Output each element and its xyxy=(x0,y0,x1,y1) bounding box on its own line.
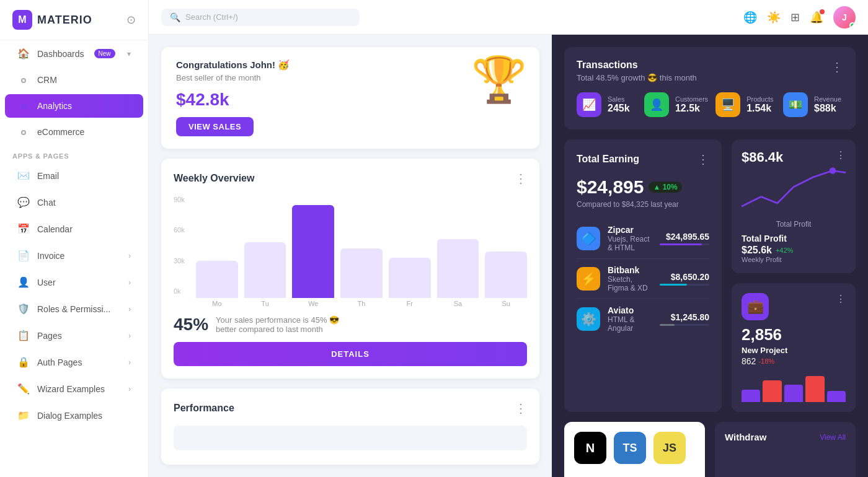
aviato-name: Aviato xyxy=(608,305,652,315)
logo-text: MATERIO xyxy=(37,14,92,27)
avatar[interactable]: J xyxy=(833,6,856,28)
dialog-icon: 📁 xyxy=(17,409,30,421)
chat-icon: 💬 xyxy=(17,196,30,208)
bitbank-amount: $8,650.20 xyxy=(660,272,709,282)
translate-icon[interactable]: 🌐 xyxy=(743,11,757,24)
chevron-right-icon: › xyxy=(128,305,131,313)
sidebar-item-analytics[interactable]: Analytics xyxy=(5,94,143,118)
nav-label-calendar: Calendar xyxy=(37,224,73,234)
nav-label-invoice: Invoice xyxy=(37,251,64,261)
profit-line-chart xyxy=(742,165,846,215)
sidebar-item-chat[interactable]: 💬 Chat xyxy=(5,190,143,214)
pages-icon: 📋 xyxy=(17,330,30,341)
transactions-more-button[interactable]: ⋮ xyxy=(831,59,843,74)
sidebar: M MATERIO ⊙ 🏠 Dashboards New ▾ CRM Analy… xyxy=(0,0,149,477)
revenue-icon: 💵 xyxy=(789,98,802,112)
weekly-footer: 45% Your sales performance is 45% 😎bette… xyxy=(174,315,527,335)
sidebar-item-email[interactable]: ✉️ Email xyxy=(5,164,143,188)
wizard-icon: ✏️ xyxy=(17,383,30,395)
weekly-description: Your sales performance is 45% 😎better co… xyxy=(216,315,339,334)
sidebar-item-calendar[interactable]: 📅 Calendar xyxy=(5,217,143,241)
apps-section-label: APPS & PAGES xyxy=(0,145,148,162)
notification-icon[interactable]: 🔔 xyxy=(810,11,823,24)
profit-chart-value: $86.4k xyxy=(742,149,783,165)
sidebar-item-crm[interactable]: CRM xyxy=(5,68,143,92)
sidebar-item-ecommerce[interactable]: eCommerce xyxy=(5,120,143,144)
weekly-chart: 90k 60k 30k 0k Mo Tu We Th Fr Sa Su xyxy=(174,196,527,307)
earning-amount: $24,895 ▲ 10% xyxy=(577,177,709,198)
bitbank-sub: Sketch, Figma & XD xyxy=(608,275,652,292)
congrats-card: Congratulations John! 🥳 Best seller of t… xyxy=(161,47,539,149)
customers-label: Customers xyxy=(675,95,708,103)
sidebar-item-roles[interactable]: 🛡️ Roles & Permissi... › xyxy=(5,297,143,321)
earning-more-button[interactable]: ⋮ xyxy=(697,152,709,167)
transactions-grid: 📈 Sales 245k 👤 Customers 12. xyxy=(577,92,843,117)
weekly-more-button[interactable]: ⋮ xyxy=(515,171,527,186)
profit-title: Total Profit xyxy=(742,234,787,243)
nav-label-pages: Pages xyxy=(37,331,62,341)
weekly-percentage: 45% xyxy=(174,315,208,335)
sidebar-item-dialog[interactable]: 📁 Dialog Examples xyxy=(5,403,143,427)
content-left: Congratulations John! 🥳 Best seller of t… xyxy=(149,35,552,477)
avatar-status-dot xyxy=(849,22,856,28)
bar-we: We xyxy=(292,205,334,307)
bar-th: Th xyxy=(340,248,383,307)
svg-point-0 xyxy=(830,167,836,174)
project-icon-box: 💼 xyxy=(742,293,769,320)
right-mini-cards: $86.4k ⋮ Total Profit xyxy=(732,139,856,412)
profit-more-button[interactable]: ⋮ xyxy=(836,149,846,161)
middle-row: Total Earning ⋮ $24,895 ▲ 10% Compared t… xyxy=(564,139,856,412)
project-sub-value: 862 xyxy=(742,356,756,366)
sidebar-item-user[interactable]: 👤 User › xyxy=(5,270,143,294)
details-button[interactable]: DETAILS xyxy=(174,342,527,366)
products-icon: 🖥️ xyxy=(721,98,735,112)
sidebar-item-dashboards[interactable]: 🏠 Dashboards New ▾ xyxy=(5,42,143,66)
txn-bitbank: ⚡ Bitbank Sketch, Figma & XD $8,650.20 xyxy=(577,259,709,299)
javascript-logo: JS xyxy=(653,432,686,464)
view-sales-button[interactable]: VIEW SALES xyxy=(176,117,254,136)
tech-logos-card: N TS JS 🎨 xyxy=(564,422,705,477)
y-axis: 90k 60k 30k 0k xyxy=(174,196,192,295)
new-badge: New xyxy=(94,49,115,58)
search-bar[interactable]: 🔍 Search (Ctrl+/) xyxy=(161,9,360,26)
sidebar-toggle-icon[interactable]: ⊙ xyxy=(126,13,136,27)
project-mini-bars xyxy=(742,371,846,402)
zipcar-progress xyxy=(660,243,709,245)
typescript-logo: TS xyxy=(614,432,646,464)
earning-title: Total Earning xyxy=(577,154,639,165)
nav-label-email: Email xyxy=(37,171,59,181)
sidebar-item-auth[interactable]: 🔒 Auth Pages › xyxy=(5,350,143,374)
header-right: 🌐 ☀️ ⊞ 🔔 J xyxy=(743,6,856,28)
bitbank-progress xyxy=(660,284,709,286)
bitbank-name: Bitbank xyxy=(608,265,652,275)
bar-tu: Tu xyxy=(244,242,286,307)
transactions-title: Transactions xyxy=(577,59,697,71)
theme-icon[interactable]: ☀️ xyxy=(767,11,781,24)
customers-icon-box: 👤 xyxy=(644,92,669,117)
withdraw-view-all[interactable]: View All xyxy=(820,433,846,442)
aviato-progress xyxy=(660,324,709,326)
bar-fr: Fr xyxy=(389,258,431,307)
perf-more-button[interactable]: ⋮ xyxy=(515,401,527,416)
weekly-overview-card: Weekly Overview ⋮ 90k 60k 30k 0k Mo Tu W… xyxy=(161,159,539,379)
trans-sales: 📈 Sales 245k xyxy=(577,92,637,117)
nav-label-chat: Chat xyxy=(37,198,56,208)
aviato-sub: HTML & Angular xyxy=(608,315,652,333)
sidebar-item-invoice[interactable]: 📄 Invoice › xyxy=(5,243,143,268)
customers-icon: 👤 xyxy=(650,98,663,112)
profit-change: +42% xyxy=(776,247,793,254)
chevron-right-icon: › xyxy=(128,252,131,260)
trophy-icon: 🏆 xyxy=(471,53,527,106)
logo-icon: M xyxy=(12,10,32,30)
earning-compare: Compared to $84,325 last year xyxy=(577,200,709,209)
grid-icon[interactable]: ⊞ xyxy=(790,11,800,24)
sidebar-item-pages[interactable]: 📋 Pages › xyxy=(5,323,143,348)
zipcar-amount: $24,895.65 xyxy=(660,232,709,242)
nav-label-wizard: Wizard Examples xyxy=(37,384,105,394)
txn-aviato: ⚙️ Aviato HTML & Angular $1,245.80 xyxy=(577,299,709,339)
profit-label: Total Profit xyxy=(742,220,846,229)
sidebar-header-icons: ⊙ xyxy=(126,13,136,27)
project-more-button[interactable]: ⋮ xyxy=(836,293,846,305)
sales-label: Sales xyxy=(608,95,630,103)
sidebar-item-wizard[interactable]: ✏️ Wizard Examples › xyxy=(5,377,143,401)
